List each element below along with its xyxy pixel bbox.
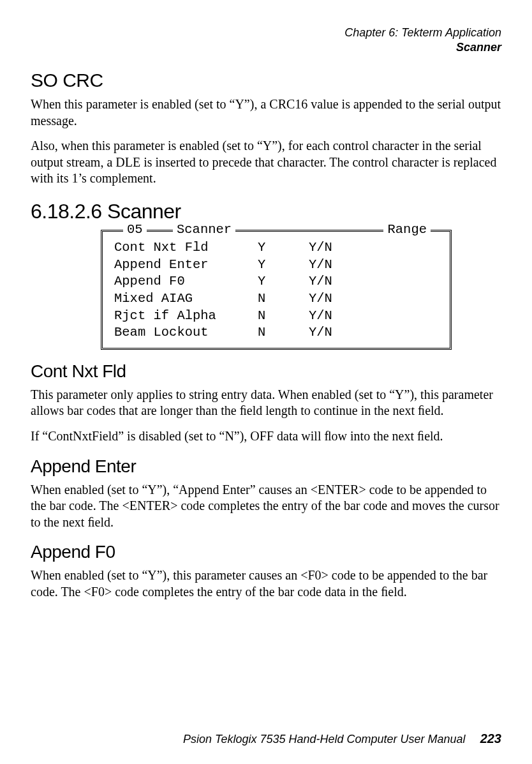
row-range: Y/N	[309, 273, 332, 290]
row-label: Cont Nxt Fld	[114, 239, 258, 257]
heading-append-enter: Append Enter	[31, 456, 501, 477]
scanner-box: 05 Scanner Range Cont Nxt Fld Y Y/N Appe…	[101, 230, 452, 350]
row-value: Y	[258, 239, 309, 257]
append-enter-p1: When enabled (set to “Y”), “Append Enter…	[31, 482, 501, 531]
row-value: N	[258, 308, 309, 325]
page-footer: Psion Teklogix 7535 Hand-Held Computer U…	[183, 731, 501, 746]
section-line: Scanner	[31, 40, 501, 55]
page-number: 223	[469, 731, 501, 745]
table-row: Mixed AIAG N Y/N	[114, 290, 438, 308]
heading-so-crc: SO CRC	[31, 70, 501, 91]
table-row: Append F0 Y Y/N	[114, 273, 438, 290]
heading-cont-nxt-fld: Cont Nxt Fld	[31, 361, 501, 382]
chapter-line: Chapter 6: Tekterm Application	[31, 26, 501, 40]
table-row: Append Enter Y Y/N	[114, 257, 438, 274]
row-range: Y/N	[309, 239, 332, 257]
legend-title: Scanner	[173, 221, 235, 239]
so-crc-p1: When this parameter is enabled (set to “…	[31, 96, 501, 129]
row-value: Y	[258, 257, 309, 274]
row-label: Rjct if Alpha	[114, 308, 258, 325]
row-label: Beam Lockout	[114, 324, 258, 341]
scanner-box-wrap: 05 Scanner Range Cont Nxt Fld Y Y/N Appe…	[101, 230, 452, 350]
row-label: Append F0	[114, 273, 258, 290]
row-range: Y/N	[309, 324, 332, 341]
row-value: N	[258, 324, 309, 341]
footer-text: Psion Teklogix 7535 Hand-Held Computer U…	[183, 733, 466, 745]
legend-range: Range	[383, 221, 431, 239]
row-range: Y/N	[309, 290, 332, 308]
row-value: Y	[258, 273, 309, 290]
cont-nxt-fld-p2: If “ContNxtField” is disabled (set to “N…	[31, 428, 501, 445]
page-header: Chapter 6: Tekterm Application Scanner	[31, 26, 501, 54]
row-value: N	[258, 290, 309, 308]
table-row: Beam Lockout N Y/N	[114, 324, 438, 341]
append-f0-p1: When enabled (set to “Y”), this paramete…	[31, 567, 501, 600]
row-label: Mixed AIAG	[114, 290, 258, 308]
table-row: Cont Nxt Fld Y Y/N	[114, 239, 438, 257]
row-label: Append Enter	[114, 257, 258, 274]
heading-scanner-section: 6.18.2.6 Scanner	[31, 200, 501, 223]
row-range: Y/N	[309, 308, 332, 325]
legend-num: 05	[123, 221, 147, 239]
table-row: Rjct if Alpha N Y/N	[114, 308, 438, 325]
cont-nxt-fld-p1: This parameter only applies to string en…	[31, 387, 501, 419]
heading-append-f0: Append F0	[31, 542, 501, 562]
row-range: Y/N	[309, 257, 332, 274]
so-crc-p2: Also, when this parameter is enabled (se…	[31, 138, 501, 187]
